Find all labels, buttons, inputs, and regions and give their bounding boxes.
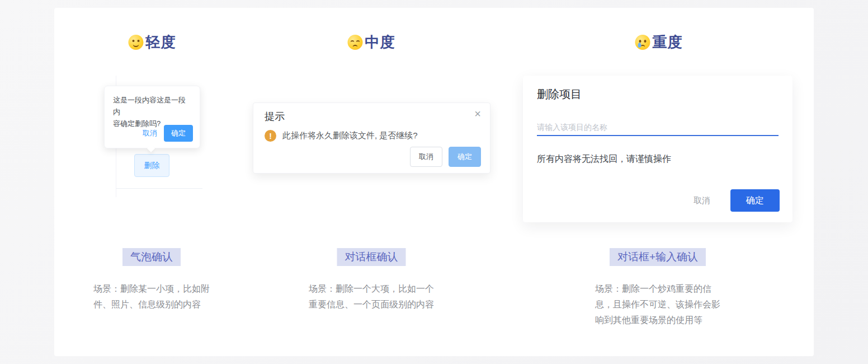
dialog-title: 提示 xyxy=(265,110,285,123)
disappointed-face-icon xyxy=(348,35,363,50)
dialog-title: 删除项目 xyxy=(537,87,582,102)
scenario-description: 场景：删除某一小项，比如附 件、照片、信息级别的内容 xyxy=(93,281,210,312)
column-header-label: 重度 xyxy=(653,32,683,52)
dialog-footer: 取消 确定 xyxy=(694,189,780,212)
column-header-heavy: 重度 xyxy=(635,32,683,52)
column-header-label: 中度 xyxy=(365,32,395,52)
alert-dialog: 提示 × ! 此操作将永久删除该文件, 是否继续? 取消 确定 xyxy=(253,102,490,174)
pattern-badge-dialog: 对话框确认 xyxy=(337,248,406,266)
warning-icon: ! xyxy=(265,130,276,142)
delete-button[interactable]: 删除 xyxy=(134,154,169,177)
pattern-badge-dialog-input: 对话框+输入确认 xyxy=(610,248,706,266)
popconfirm-cancel-button[interactable]: 取消 xyxy=(143,128,157,138)
scenario-description: 场景：删除一个大项，比如一个 重要信息、一个页面级别的内容 xyxy=(309,281,434,312)
pattern-badge-popconfirm: 气泡确认 xyxy=(122,248,181,266)
column-header-medium: 中度 xyxy=(348,32,395,52)
popconfirm: 这是一段内容这是一段内 容确定删除吗? 取消 确定 xyxy=(104,86,200,148)
input-confirm-dialog: 删除项目 所有内容将无法找回，请谨慎操作 取消 确定 xyxy=(523,76,792,222)
cancel-button[interactable]: 取消 xyxy=(694,195,710,206)
table-row-divider xyxy=(116,188,202,189)
column-header-label: 轻度 xyxy=(146,32,176,52)
column-header-light: 轻度 xyxy=(129,32,176,52)
dialog-warning-text: 所有内容将无法找回，请谨慎操作 xyxy=(537,153,671,165)
dialog-footer: 取消 确定 xyxy=(410,147,481,167)
popconfirm-confirm-button[interactable]: 确定 xyxy=(164,125,193,142)
dialog-body: ! 此操作将永久删除该文件, 是否继续? xyxy=(265,130,418,142)
popconfirm-actions: 取消 确定 xyxy=(143,125,193,142)
slightly-smiling-face-icon xyxy=(129,35,144,50)
confirm-button[interactable]: 确定 xyxy=(449,147,481,167)
project-name-input[interactable] xyxy=(537,119,779,136)
close-icon[interactable]: × xyxy=(474,108,481,119)
popconfirm-message: 这是一段内容这是一段内 容确定删除吗? xyxy=(105,86,200,129)
confirm-button[interactable]: 确定 xyxy=(730,189,780,212)
dialog-message: 此操作将永久删除该文件, 是否继续? xyxy=(282,130,418,141)
cancel-button[interactable]: 取消 xyxy=(410,147,442,167)
crying-face-icon xyxy=(635,35,650,50)
page: 轻度 中度 重度 删除 这是一段内容这是一段内 容确定删除吗? 取消 确定 提示… xyxy=(0,0,868,364)
scenario-description: 场景：删除一个炒鸡重要的信 息，且操作不可逆、该操作会影 响到其他重要场景的使用… xyxy=(595,281,720,328)
